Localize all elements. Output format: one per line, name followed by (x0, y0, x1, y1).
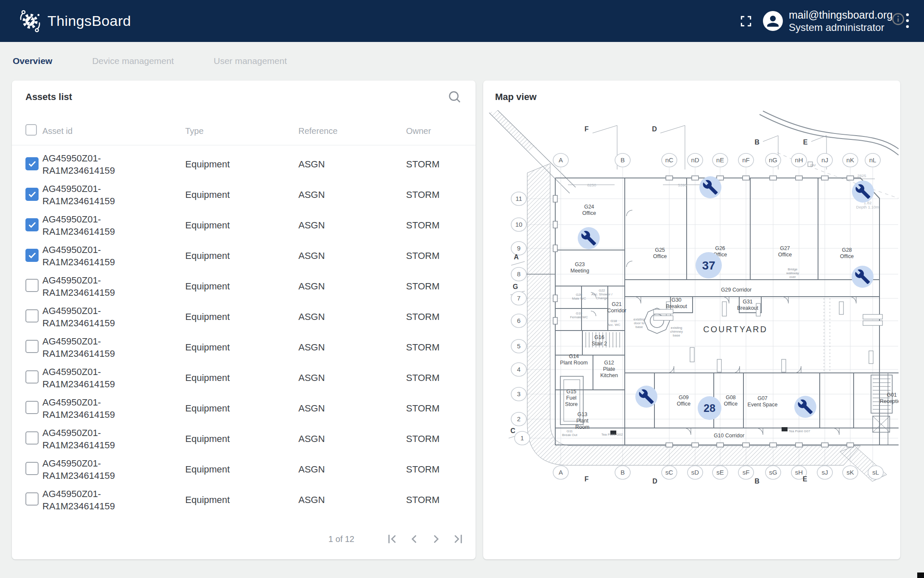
table-row[interactable]: AG45950Z01-RA1M234614159EquipmentASGNSTO… (12, 424, 476, 454)
row-checkbox[interactable] (25, 279, 39, 292)
grid-bubble: 4 (511, 363, 526, 376)
tab-device-management[interactable]: Device management (92, 56, 174, 66)
marker-cluster[interactable]: 37 (696, 252, 722, 278)
column-reference: Reference (298, 126, 406, 136)
next-page-button[interactable] (430, 533, 443, 545)
select-all-checkbox[interactable] (25, 124, 37, 136)
cell-reference: ASGN (298, 250, 406, 261)
table-row[interactable]: AG45950Z01-RA1M234614159EquipmentASGNSTO… (12, 210, 476, 241)
cell-owner: STORM (406, 372, 476, 383)
row-checkbox[interactable] (25, 492, 39, 506)
tab-bar: Overview Device management User manageme… (0, 42, 924, 80)
cell-type: Equipment (185, 342, 298, 353)
page-label: 1 of 12 (328, 534, 354, 544)
row-checkbox[interactable] (25, 340, 39, 353)
cell-owner: STORM (406, 434, 476, 445)
first-page-button[interactable] (386, 533, 398, 545)
svg-text:sC: sC (665, 469, 674, 476)
grid-bubble: nF (738, 153, 754, 167)
last-page-button[interactable] (452, 533, 465, 545)
small-label: G19Female WC (570, 311, 588, 319)
axis-letter: F (584, 475, 589, 483)
cell-owner: STORM (406, 159, 476, 170)
table-row[interactable]: AG45950Z01-RA1M234614159EquipmentASGNSTO… (12, 393, 476, 424)
room-label: G16Stair 2 (592, 334, 607, 347)
svg-text:sK: sK (846, 469, 854, 476)
cell-asset-id: AG45950Z01-RA1M234614159 (42, 488, 185, 512)
row-checkbox[interactable] (25, 431, 39, 445)
row-checkbox[interactable] (25, 249, 39, 262)
svg-text:sF: sF (743, 469, 750, 476)
search-button[interactable] (447, 89, 463, 105)
tab-user-management[interactable]: User management (214, 56, 287, 66)
small-label: Bridgewalkwayover (786, 267, 799, 279)
table-row[interactable]: AG45950Z01-RA1M234614159EquipmentASGNSTO… (12, 454, 476, 485)
cell-asset-id: AG45950Z01-RA1M234614159 (42, 396, 185, 421)
previous-page-button[interactable] (408, 533, 420, 545)
map-view-title: Map view (495, 92, 537, 103)
room-label: G21Corridor (607, 301, 626, 314)
cell-type: Equipment (185, 495, 298, 506)
cell-owner: STORM (406, 495, 476, 506)
room-label: G10 Corridor (714, 433, 744, 439)
svg-text:A: A (559, 469, 563, 476)
svg-text:5: 5 (517, 342, 520, 350)
marker-cluster[interactable]: 28 (698, 396, 721, 420)
row-checkbox[interactable] (25, 401, 39, 414)
asset-marker[interactable] (578, 227, 600, 249)
row-checkbox[interactable] (25, 309, 39, 322)
small-label: Tea Point G02 (601, 433, 623, 436)
cell-reference: ASGN (298, 372, 406, 383)
app-logo[interactable]: ThingsBoard (19, 10, 131, 33)
table-row[interactable]: AG45950Z01-RA1M234614159EquipmentASGNSTO… (12, 241, 476, 271)
floor-plan[interactable]: ABnCnDnEnFnGnHnJnKnLABsCsDsEsFsGsHsJsKsL… (485, 110, 899, 554)
table-row[interactable]: AG45950Z01-RA1M234614159EquipmentASGNSTO… (12, 302, 476, 332)
fullscreen-button[interactable] (737, 12, 755, 31)
svg-text:sE: sE (716, 469, 724, 476)
svg-text:nL: nL (869, 156, 877, 164)
asset-marker[interactable] (852, 266, 874, 288)
account-info[interactable]: mail@thingsboard.org System administrato… (789, 8, 893, 34)
table-row[interactable]: AG45950Z01-RA1M234614159EquipmentASGNSTO… (12, 332, 476, 363)
table-row[interactable]: AG45950Z01-RA1M234614159EquipmentASGNSTO… (12, 149, 476, 180)
svg-text:sH: sH (795, 469, 803, 476)
table-row[interactable]: AG45950Z01-RA1M234614159EquipmentASGNSTO… (12, 180, 476, 210)
grid-bubble: B (615, 466, 630, 479)
avatar[interactable] (763, 11, 783, 31)
info-button[interactable] (891, 12, 905, 26)
room-label: G24Office (582, 204, 596, 216)
last-page-icon (452, 533, 465, 545)
asset-marker[interactable] (852, 181, 874, 203)
cell-asset-id: AG45950Z01-RA1M234614159 (42, 274, 185, 299)
row-checkbox[interactable] (25, 370, 39, 383)
grid-bubble: nC (662, 153, 677, 167)
cell-owner: STORM (406, 311, 476, 322)
row-checkbox[interactable] (25, 462, 39, 475)
asset-marker[interactable] (635, 386, 657, 408)
tab-overview[interactable]: Overview (13, 56, 52, 66)
account-role: System administrator (789, 21, 893, 34)
asset-marker[interactable] (699, 176, 721, 198)
svg-text:3: 3 (517, 390, 520, 397)
room-label: G12PlateKitchen (600, 360, 618, 378)
grid-bubble: nD (687, 153, 703, 167)
row-checkbox[interactable] (25, 218, 39, 231)
asset-marker[interactable] (794, 396, 816, 418)
row-checkbox[interactable] (25, 157, 39, 170)
app-header: ThingsBoard mail@thingsboard.org System … (0, 0, 924, 42)
cell-type: Equipment (185, 403, 298, 414)
svg-text:A: A (559, 156, 563, 164)
row-checkbox[interactable] (25, 188, 39, 201)
room-label: G29 Corridor (721, 287, 751, 293)
cell-type: Equipment (185, 281, 298, 292)
table-row[interactable]: AG45950Z01-RA1M234614159EquipmentASGNSTO… (12, 271, 476, 302)
small-label: existingdoor tobase (633, 317, 645, 329)
room-label: G15FuelStore (565, 389, 578, 407)
grid-bubble: sD (687, 466, 703, 479)
grid-bubble: B (615, 153, 630, 167)
table-row[interactable]: AG45950Z01-RA1M234614159EquipmentASGNSTO… (12, 485, 476, 515)
room-label: G13PlantRoom (575, 411, 589, 430)
table-row[interactable]: AG45950Z01-RA1M234614159EquipmentASGNSTO… (12, 363, 476, 393)
cell-asset-id: AG45950Z01-RA1M234614159 (42, 183, 185, 207)
assets-table-rows: AG45950Z01-RA1M234614159EquipmentASGNSTO… (12, 149, 476, 515)
